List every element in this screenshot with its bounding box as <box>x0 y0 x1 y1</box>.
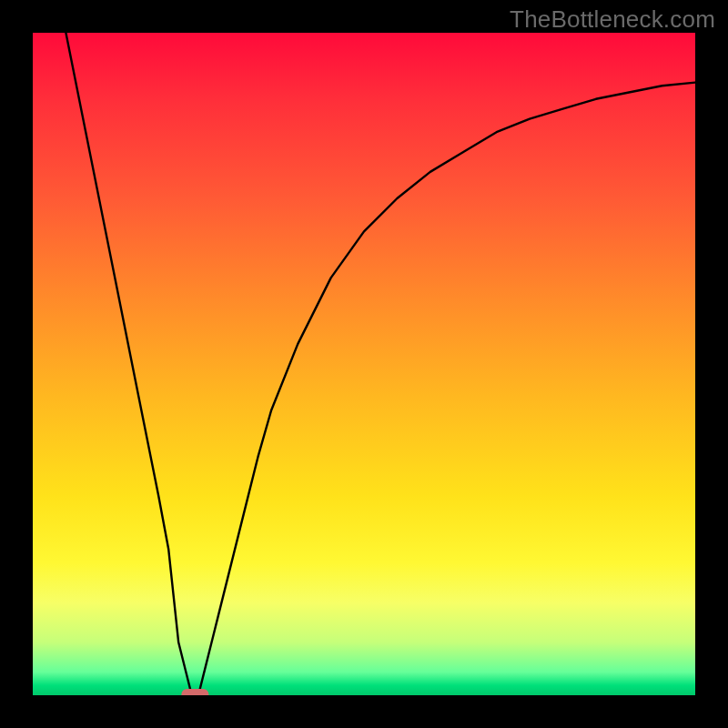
watermark-text: TheBottleneck.com <box>510 5 715 34</box>
chart-container: TheBottleneck.com <box>0 0 728 728</box>
bottleneck-chart <box>0 0 728 728</box>
